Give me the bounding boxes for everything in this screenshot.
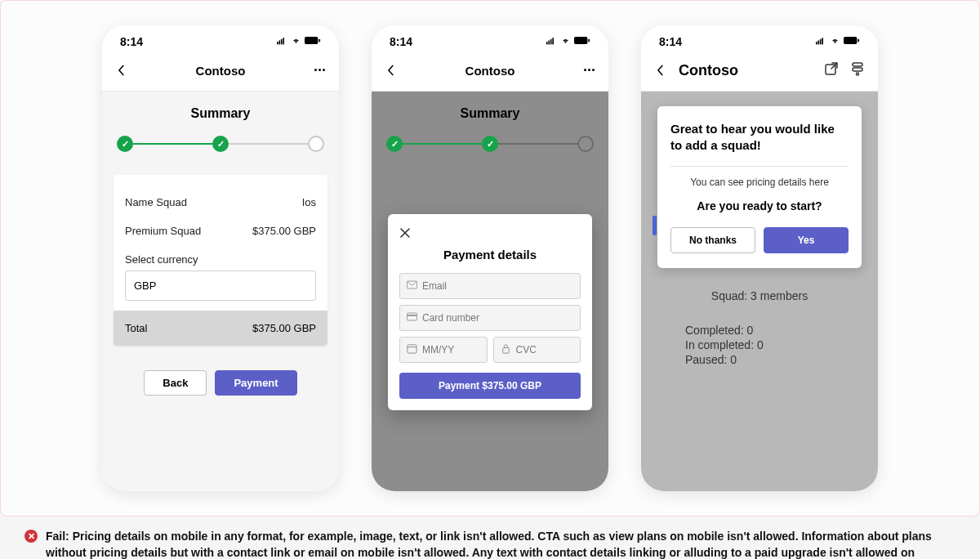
more-icon[interactable]: ··· xyxy=(576,62,595,79)
wifi-icon xyxy=(291,35,301,48)
step-done-icon: ✓ xyxy=(117,136,133,152)
phone-screenshot-2: 8:14 Contoso ··· Summary ✓ ✓ xyxy=(372,25,608,491)
expiry-field[interactable]: MM/YY xyxy=(399,337,488,363)
status-bar: 8:14 xyxy=(102,25,339,53)
status-icons xyxy=(816,35,860,48)
email-field[interactable]: Email xyxy=(399,273,581,299)
signal-icon xyxy=(277,35,287,48)
svg-rect-3 xyxy=(283,38,284,44)
wifi-icon xyxy=(830,35,840,48)
modal-title: Payment details xyxy=(399,248,581,262)
back-button[interactable]: Back xyxy=(144,370,207,396)
battery-icon xyxy=(305,36,321,47)
svg-rect-11 xyxy=(588,39,590,42)
status-line: Completed: 0 xyxy=(653,324,866,337)
calendar-icon xyxy=(407,343,417,356)
status-line: Paused: 0 xyxy=(653,353,866,366)
phone-screenshot-1: 8:14 Contoso ··· xyxy=(102,25,339,491)
back-icon[interactable] xyxy=(385,61,404,79)
fail-message-text: Fail: Pricing details on mobile in any f… xyxy=(46,528,956,559)
svg-rect-18 xyxy=(817,41,819,45)
svg-rect-10 xyxy=(574,37,587,44)
svg-rect-19 xyxy=(820,39,822,45)
step-done-icon: ✓ xyxy=(212,136,229,152)
svg-rect-8 xyxy=(550,39,552,45)
svg-rect-13 xyxy=(407,313,416,320)
submit-payment-button[interactable]: Payment $375.00 GBP xyxy=(399,373,581,399)
prompt-card: Great to hear you would like to add a sq… xyxy=(657,106,862,268)
svg-rect-6 xyxy=(546,42,548,44)
app-header: Contoso ··· xyxy=(372,53,608,92)
row-label: Premium Squad xyxy=(125,225,201,237)
total-row: Total $375.00 GBP xyxy=(114,311,327,346)
status-icons xyxy=(546,35,590,48)
svg-rect-16 xyxy=(502,348,508,354)
svg-rect-14 xyxy=(407,315,416,316)
svg-rect-21 xyxy=(844,37,857,44)
svg-rect-5 xyxy=(318,39,320,42)
app-header: Contoso xyxy=(641,53,878,92)
cvc-field[interactable]: CVC xyxy=(493,337,581,363)
svg-rect-24 xyxy=(853,63,862,66)
fail-message-block: ✕ Fail: Pricing details on mobile in any… xyxy=(0,517,980,559)
open-external-icon[interactable] xyxy=(824,61,839,79)
placeholder-text: Card number xyxy=(422,312,479,324)
row-label: Name Squad xyxy=(125,196,187,208)
status-bar: 8:14 xyxy=(641,25,878,53)
payment-modal: Payment details Email Card number xyxy=(388,214,592,410)
back-icon[interactable] xyxy=(115,61,135,79)
placeholder-text: Email xyxy=(422,280,447,292)
fail-icon: ✕ xyxy=(24,530,38,543)
no-thanks-button[interactable]: No thanks xyxy=(670,227,755,253)
placeholder-text: MM/YY xyxy=(422,344,454,356)
yes-button[interactable]: Yes xyxy=(764,227,849,253)
svg-rect-25 xyxy=(853,68,862,71)
phone-screenshot-3: 8:14 Contoso Great to hear you would xyxy=(641,25,878,491)
close-icon[interactable] xyxy=(399,226,411,242)
payment-button[interactable]: Payment xyxy=(215,370,296,396)
app-title: Contoso xyxy=(679,62,824,79)
table-row: Premium Squad $375.00 GBP xyxy=(125,217,316,245)
step-line xyxy=(133,143,212,145)
progress-stepper: ✓ ✓ xyxy=(114,136,327,152)
currency-select[interactable]: GBP xyxy=(125,271,316,301)
signal-icon xyxy=(816,35,826,48)
prompt-title: Great to hear you would like to add a sq… xyxy=(670,121,849,154)
battery-icon xyxy=(574,36,590,47)
squad-info: Squad: 3 members xyxy=(653,289,866,302)
row-value: $375.00 GBP xyxy=(252,225,316,237)
card-number-field[interactable]: Card number xyxy=(399,305,581,331)
app-body-dimmed: Summary ✓ ✓ Back Payment xyxy=(372,92,608,491)
card-icon xyxy=(407,311,417,324)
app-title: Contoso xyxy=(404,64,576,78)
status-time: 8:14 xyxy=(120,35,143,48)
status-line: In completed: 0 xyxy=(653,338,866,351)
back-icon[interactable] xyxy=(654,61,674,79)
status-icons xyxy=(277,35,321,48)
step-line xyxy=(229,143,308,145)
table-row: Name Squad Ios xyxy=(125,188,316,217)
svg-rect-2 xyxy=(281,39,283,45)
status-time: 8:14 xyxy=(390,35,412,48)
prompt-subtext: You can see pricing details here xyxy=(670,177,849,188)
status-bar: 8:14 xyxy=(372,25,608,53)
more-icon[interactable]: ··· xyxy=(306,62,326,79)
battery-icon xyxy=(844,36,860,47)
svg-rect-15 xyxy=(408,345,416,353)
accent-strip xyxy=(653,216,657,235)
wifi-icon xyxy=(560,35,571,48)
status-time: 8:14 xyxy=(659,35,682,48)
row-value: Ios xyxy=(302,196,316,208)
lock-icon xyxy=(501,343,511,356)
svg-rect-20 xyxy=(822,38,823,44)
menu-icon[interactable] xyxy=(850,61,865,79)
currency-label: Select currency xyxy=(125,245,316,266)
section-title: Summary xyxy=(114,106,327,121)
total-label: Total xyxy=(125,322,147,334)
svg-rect-17 xyxy=(816,42,817,44)
svg-rect-7 xyxy=(548,41,550,45)
total-value: $375.00 GBP xyxy=(252,322,316,334)
svg-rect-9 xyxy=(552,38,554,44)
summary-card: Name Squad Ios Premium Squad $375.00 GBP… xyxy=(114,175,327,346)
app-title: Contoso xyxy=(135,64,306,78)
